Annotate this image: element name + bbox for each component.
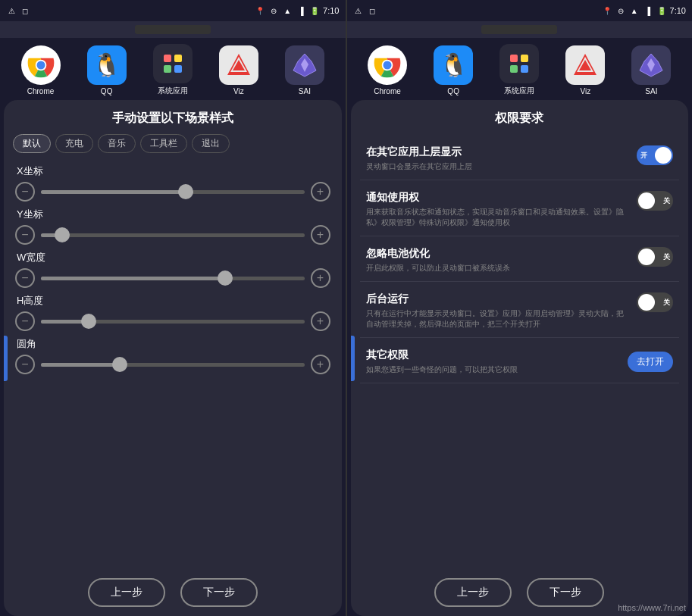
slider-y-controls: − + [15,225,330,245]
toggle-knob-3 [638,249,655,265]
viz-icon-left [219,45,258,85]
slider-y-track[interactable] [41,233,305,237]
permission-battery-info: 忽略电池优化 开启此权限，可以防止灵动窗口被系统误杀 [366,247,637,274]
slider-x-thumb[interactable] [178,184,193,199]
permission-notification-info: 通知使用权 用来获取音乐状态和通知状态，实现灵动音乐窗口和灵动通知效果。设置》隐… [366,191,637,228]
slider-h-minus[interactable]: − [15,311,35,331]
slider-y-minus[interactable]: − [15,225,35,245]
slider-w-thumb[interactable] [218,270,233,286]
permission-background-info: 后台运行 只有在运行中才能显示灵动窗口。设置》应用》应用启动管理》灵动大陆，把自… [366,292,637,330]
permission-other-title: 其它权限 [366,349,621,362]
slider-y-plus[interactable]: + [311,225,330,245]
permission-overlay: 在其它应用上层显示 灵动窗口会显示在其它应用上层 开 [360,138,680,180]
slider-x-plus[interactable]: + [311,182,330,202]
left-status-bar: ⚠ ◻ 📍 ⊖ ▲ ▐ 🔋 7:10 [0,0,346,21]
permission-notification-toggle[interactable]: 关 [637,191,673,211]
slider-radius: 圆角 − + [15,337,330,374]
slider-h-track[interactable] [41,320,305,324]
sysapp-icon-left [153,44,193,83]
warning-icon: ⚠ [6,5,17,16]
chrome-app-item-right[interactable]: Chrome [365,45,410,95]
qq-app-item-left[interactable]: 🐧 QQ [84,45,130,95]
left-app-icons-row: Chrome 🐧 QQ 系统应用 [0,38,346,100]
sai-app-item-left[interactable]: SAI [282,45,327,95]
right-prev-button[interactable]: 上一步 [434,578,512,607]
viz-app-item-left[interactable]: Viz [216,45,261,95]
svg-rect-17 [510,65,518,73]
notif-indicator [135,25,211,34]
slider-x: X坐标 − + [15,164,330,202]
right-app-icons-row: Chrome 🐧 QQ 系统应用 [347,38,693,100]
permission-other-desc: 如果您遇到一些奇怪的问题，可以把其它权限 [366,364,621,375]
permission-other-goto-btn[interactable]: 去打开 [628,352,673,372]
svg-rect-18 [521,65,528,73]
permission-notification: 通知使用权 用来获取音乐状态和通知状态，实现灵动音乐窗口和灵动通知效果。设置》隐… [360,183,680,236]
chrome-icon-left [21,45,61,85]
slider-w-plus[interactable]: + [311,268,330,288]
sysapp-item-right[interactable]: 系统应用 [496,44,542,96]
slider-h: H高度 − + [15,294,330,331]
sai-app-item-right[interactable]: SAI [628,45,674,95]
sysapp-item-left[interactable]: 系统应用 [150,44,196,96]
wifi-icon-right: ▲ [629,5,640,16]
slider-w-track[interactable] [41,277,305,280]
tab-exit[interactable]: 退出 [192,134,230,153]
sai-icon-right [631,45,671,85]
slider-radius-plus[interactable]: + [311,355,330,374]
slider-radius-minus[interactable]: − [15,355,35,374]
right-notification-bar [347,21,693,38]
right-next-button[interactable]: 下一步 [527,578,604,607]
right-status-bar: ⚠ ◻ 📍 ⊖ ▲ ▐ 🔋 7:10 [347,0,693,21]
permission-background: 后台运行 只有在运行中才能显示灵动窗口。设置》应用》应用启动管理》灵动大陆，把自… [360,285,680,338]
slider-x-minus[interactable]: − [15,182,35,202]
tab-toolbar[interactable]: 工具栏 [140,134,187,153]
left-next-button[interactable]: 下一步 [180,578,258,607]
permissions-list: 在其它应用上层显示 灵动窗口会显示在其它应用上层 开 通知使用权 用来获取音乐状… [351,134,689,569]
viz-label-right: Viz [580,87,590,95]
location-icon-right: 📍 [602,5,612,16]
minus-circle-icon-right: ⊖ [615,5,626,16]
right-phone-panel: ⚠ ◻ 📍 ⊖ ▲ ▐ 🔋 7:10 [346,0,693,616]
left-panel-title: 手动设置以下场景样式 [4,100,342,134]
chrome-icon-right [368,45,407,85]
svg-point-3 [36,61,45,69]
tab-music[interactable]: 音乐 [98,134,136,153]
slider-radius-fill [41,363,120,367]
tab-charge[interactable]: 充电 [55,134,93,153]
permission-other: 其它权限 如果您遇到一些奇怪的问题，可以把其它权限 去打开 [360,341,680,383]
watermark: https://www.7ri.net [618,603,686,612]
slider-x-fill [41,190,186,194]
permission-notification-desc: 用来获取音乐状态和通知状态，实现灵动音乐窗口和灵动通知效果。设置》隐私》权限管理… [366,207,630,228]
slider-w-controls: − + [15,268,330,288]
slider-y-thumb[interactable] [55,227,70,242]
permission-battery: 忽略电池优化 开启此权限，可以防止灵动窗口被系统误杀 关 [360,239,680,282]
viz-app-item-right[interactable]: Viz [562,45,608,95]
sysapp-icon-right [499,44,539,83]
sai-label-right: SAI [645,87,657,95]
qq-app-item-right[interactable]: 🐧 QQ [431,45,476,95]
right-status-icons: ⚠ ◻ [353,5,377,16]
chrome-app-item-left[interactable]: Chrome [18,45,64,95]
right-blue-accent [351,336,355,381]
left-prev-button[interactable]: 上一步 [88,578,165,607]
toggle-on-label: 开 [640,151,647,161]
permission-battery-desc: 开启此权限，可以防止灵动窗口被系统误杀 [366,263,630,274]
chrome-label-right: Chrome [374,87,401,95]
slider-w-minus[interactable]: − [15,268,35,288]
sliders-area: X坐标 − + Y坐标 − [4,161,342,569]
slider-x-track[interactable] [41,190,305,194]
permission-overlay-toggle[interactable]: 开 [637,145,673,165]
svg-rect-16 [521,55,528,62]
permission-background-toggle[interactable]: 关 [637,292,673,312]
slider-w: W宽度 − + [15,251,330,288]
slider-h-thumb[interactable] [81,314,96,329]
permission-battery-toggle[interactable]: 关 [637,247,673,267]
slider-radius-thumb[interactable] [112,357,127,372]
time-right: 7:10 [670,6,686,15]
tab-default[interactable]: 默认 [13,134,51,153]
toggle-off-label-3: 关 [663,252,670,262]
location-icon: 📍 [255,5,265,16]
toggle-off-label-2: 关 [663,196,670,206]
slider-radius-track[interactable] [41,363,305,367]
slider-h-plus[interactable]: + [311,311,330,331]
